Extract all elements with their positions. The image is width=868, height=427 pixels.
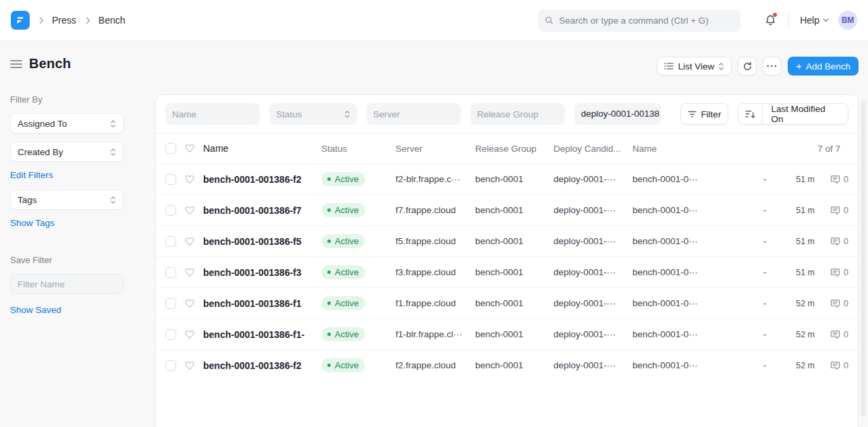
name2-cell: bench-0001-0···: [632, 329, 727, 339]
page-title: Bench: [29, 56, 71, 72]
comment-icon: [830, 330, 840, 339]
deploy-info-cell: -: [753, 267, 777, 277]
comment-count: 0: [844, 360, 848, 370]
row-checkbox[interactable]: [165, 298, 176, 309]
filter-by-label: Filter By: [10, 94, 124, 105]
save-filter-label: Save Filter: [10, 255, 124, 265]
comment-count: 0: [844, 267, 848, 277]
bench-name[interactable]: bench-0001-001386-f5: [203, 236, 302, 247]
notifications-bell-icon[interactable]: [763, 13, 778, 28]
column-server[interactable]: Server: [396, 144, 475, 154]
release-group-filter-input[interactable]: [470, 103, 565, 125]
vertical-scrollbar[interactable]: [861, 100, 865, 417]
comments-cell[interactable]: 0: [815, 329, 848, 339]
table-row[interactable]: bench-0001-001386-f5 Active f5.frappe.cl…: [156, 225, 858, 256]
help-menu[interactable]: Help: [800, 15, 829, 26]
comment-icon: [830, 361, 840, 370]
bench-name[interactable]: bench-0001-001386-f7: [203, 205, 302, 216]
bench-name[interactable]: bench-0001-001386-f1-: [203, 329, 304, 340]
row-checkbox[interactable]: [165, 174, 176, 185]
server-cell: f5.frappe.cloud: [396, 236, 475, 246]
favorite-icon[interactable]: [184, 174, 203, 185]
comment-count: 0: [844, 329, 848, 339]
tags-label: Tags: [18, 195, 37, 205]
breadcrumb-bench[interactable]: Bench: [99, 15, 126, 26]
add-bench-button[interactable]: + Add Bench: [788, 57, 859, 76]
comments-cell[interactable]: 0: [815, 174, 848, 184]
deploy-candidate-cell: deploy-0001-···: [553, 174, 632, 184]
created-by-label: Created By: [18, 147, 63, 157]
column-status[interactable]: Status: [321, 144, 396, 154]
ellipsis-icon: ···: [767, 61, 778, 72]
row-checkbox[interactable]: [165, 205, 176, 216]
tags-select[interactable]: Tags: [10, 190, 124, 210]
sort-icon: [738, 104, 763, 124]
name2-cell: bench-0001-0···: [632, 205, 727, 215]
status-filter-select[interactable]: Status: [269, 103, 357, 125]
bench-name[interactable]: bench-0001-001386-f2: [203, 360, 302, 371]
release-group-cell: bench-0001: [475, 236, 553, 246]
show-saved-link[interactable]: Show Saved: [10, 305, 61, 315]
modified-cell: 51 m: [777, 268, 815, 277]
comments-cell[interactable]: 0: [815, 205, 848, 215]
filter-button-label: Filter: [701, 109, 721, 119]
row-checkbox[interactable]: [165, 360, 176, 371]
comments-cell[interactable]: 0: [815, 267, 848, 277]
favorite-icon[interactable]: [184, 267, 203, 278]
status-label: Active: [335, 329, 358, 339]
name-filter-input[interactable]: [165, 103, 260, 125]
column-name[interactable]: Name: [203, 143, 228, 154]
column-deploy-candidate[interactable]: Deploy Candid...: [553, 144, 632, 154]
comment-count: 0: [844, 205, 848, 215]
favorite-icon[interactable]: [184, 298, 203, 309]
table-row[interactable]: bench-0001-001386-f1- Active f1-blr.frap…: [156, 318, 858, 349]
refresh-button[interactable]: [738, 57, 757, 76]
deploy-candidate-cell: deploy-0001-···: [553, 298, 632, 308]
row-checkbox[interactable]: [165, 329, 176, 340]
command-search[interactable]: [538, 9, 740, 32]
search-input[interactable]: [559, 16, 734, 26]
column-name2[interactable]: Name: [632, 144, 727, 154]
favorite-header-icon: [184, 143, 203, 154]
breadcrumb-press[interactable]: Press: [52, 15, 76, 26]
created-by-select[interactable]: Created By: [10, 142, 124, 162]
favorite-icon[interactable]: [184, 236, 203, 247]
bench-list-card: Status deploy-0001-00138 Filter: [155, 94, 859, 427]
more-options-button[interactable]: ···: [763, 57, 782, 76]
table-row[interactable]: bench-0001-001386-f1 Active f1.frappe.cl…: [156, 287, 858, 318]
bench-name[interactable]: bench-0001-001386-f3: [203, 267, 302, 278]
filter-name-input[interactable]: [10, 274, 124, 294]
comments-cell[interactable]: 0: [815, 236, 848, 246]
deploy-candidate-filter-input[interactable]: deploy-0001-00138: [574, 103, 662, 125]
edit-filters-link[interactable]: Edit Filters: [10, 170, 53, 180]
table-row[interactable]: bench-0001-001386-f3 Active f3.frappe.cl…: [156, 256, 858, 287]
table-row[interactable]: bench-0001-001386-f2 Active f2.frappe.cl…: [156, 349, 858, 380]
assigned-to-label: Assigned To: [18, 119, 67, 129]
favorite-icon[interactable]: [184, 360, 203, 371]
view-switcher-button[interactable]: List View: [657, 57, 732, 76]
row-checkbox[interactable]: [165, 236, 176, 247]
column-release-group[interactable]: Release Group: [475, 144, 553, 154]
row-checkbox[interactable]: [165, 267, 176, 278]
comments-cell[interactable]: 0: [815, 298, 848, 308]
deploy-info-cell: -: [753, 298, 777, 308]
filter-button[interactable]: Filter: [680, 103, 728, 125]
avatar[interactable]: BM: [838, 11, 857, 30]
server-filter-input[interactable]: [367, 103, 461, 125]
select-all-checkbox[interactable]: [165, 143, 176, 154]
frappe-logo-icon[interactable]: [11, 11, 30, 30]
bench-name[interactable]: bench-0001-001386-f2: [203, 174, 302, 185]
status-badge: Active: [321, 265, 365, 279]
sort-button[interactable]: Last Modified On: [738, 103, 848, 125]
assigned-to-select[interactable]: Assigned To: [10, 113, 124, 134]
result-count: 7 of 7: [817, 144, 840, 154]
bench-name[interactable]: bench-0001-001386-f1: [203, 298, 302, 309]
show-tags-link[interactable]: Show Tags: [10, 218, 55, 228]
table-row[interactable]: bench-0001-001386-f7 Active f7.frappe.cl…: [156, 194, 858, 225]
table-row[interactable]: bench-0001-001386-f2 Active f2-blr.frapp…: [156, 163, 858, 194]
sidebar-toggle-icon[interactable]: [10, 59, 22, 69]
favorite-icon[interactable]: [184, 205, 203, 216]
comment-icon: [830, 237, 840, 246]
favorite-icon[interactable]: [184, 329, 203, 340]
comments-cell[interactable]: 0: [815, 360, 848, 370]
